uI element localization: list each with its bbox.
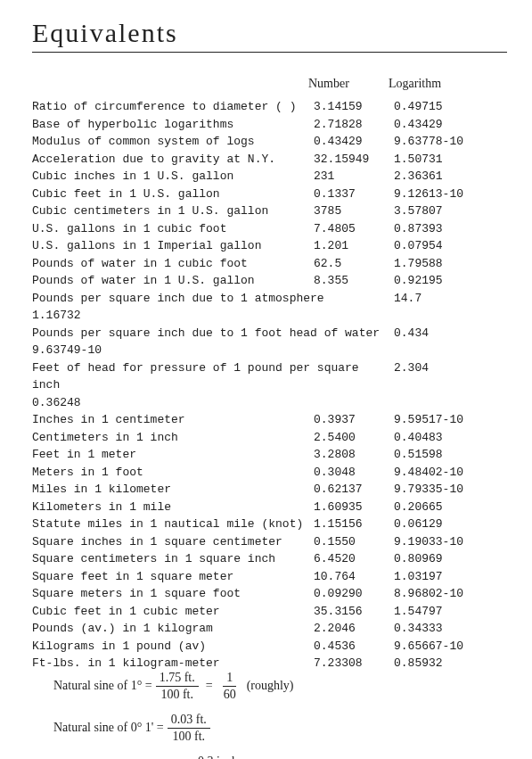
cell-log: 0.49715 [394, 98, 507, 116]
cell-log: 0.85932 [394, 655, 507, 672]
denominator: 100 ft. [168, 729, 209, 744]
cell-log: 9.48402-10 [394, 464, 507, 482]
numerator: 1 [223, 671, 236, 687]
cell-desc: Acceleration due to gravity at N.Y. [32, 151, 314, 169]
numerator: 0.3 inch [194, 755, 241, 759]
cell-desc: Cubic centimeters in 1 U.S. gallon [32, 202, 314, 220]
table-row: Square meters in 1 square foot0.092908.9… [32, 585, 507, 603]
cell-desc: Pounds per square inch due to 1 foot hea… [32, 325, 394, 342]
cell-number: 14.7 [394, 290, 507, 308]
cell-number: 6.4520 [314, 550, 394, 568]
cell-number: 1.201 [314, 237, 394, 255]
table-row: U.S. gallons in 1 cubic foot7.48050.8739… [32, 220, 507, 238]
header-number: Number [308, 74, 389, 93]
cell-number: 2.71828 [314, 116, 394, 134]
cell-desc: Centimeters in 1 inch [32, 429, 314, 447]
cell-desc: Ratio of circumference to diameter ( ) [32, 98, 314, 116]
table-row-long: Pounds per square inch due to 1 foot hea… [32, 325, 507, 359]
cell-log: 9.59517-10 [394, 411, 507, 429]
cell-number: 231 [314, 168, 394, 186]
table-row-long: Feet of head for pressure of 1 pound per… [32, 359, 507, 412]
cell-log: 0.20665 [394, 499, 507, 516]
cell-log: 0.36248 [32, 394, 314, 412]
cell-desc: Square meters in 1 square foot [32, 585, 314, 603]
cell-desc: Statute miles in 1 nautical mile (knot) [32, 516, 314, 533]
table-row: Square centimeters in 1 square inch6.452… [32, 550, 507, 568]
table-row: Ft-lbs. in 1 kilogram-meter7.233080.8593… [32, 655, 507, 672]
cell-log: 1.03197 [394, 568, 507, 586]
cell-number: 35.3156 [314, 603, 394, 621]
cell-number: 0.3937 [314, 411, 394, 429]
cell-number: 62.5 [314, 255, 394, 273]
table-body-long: Pounds per square inch due to 1 atmosphe… [32, 290, 507, 412]
table-row: Inches in 1 centimeter0.39379.59517-10 [32, 411, 507, 429]
formula-label: Natural sine of 1° = [53, 679, 152, 693]
cell-number: 1.60935 [314, 499, 394, 516]
cell-desc: Square inches in 1 square centimeter [32, 533, 314, 551]
cell-desc: Feet in 1 meter [32, 446, 314, 464]
cell-number: 0.3048 [314, 464, 394, 482]
fraction: 0.3 inch 1 mile [194, 755, 241, 759]
cell-log: 9.65667-10 [394, 638, 507, 656]
cell-number: 1.15156 [314, 516, 394, 533]
table-row: Feet in 1 meter3.28080.51598 [32, 446, 507, 464]
cell-desc: Inches in 1 centimeter [32, 411, 314, 429]
cell-desc: Square centimeters in 1 square inch [32, 550, 314, 568]
table-row-long: Pounds per square inch due to 1 atmosphe… [32, 290, 507, 325]
page-title: Equivalents [32, 18, 507, 53]
cell-desc: Feet of head for pressure of 1 pound per… [32, 359, 394, 394]
cell-number: 0.1550 [314, 533, 394, 551]
cell-desc: Pounds of water in 1 U.S. gallon [32, 272, 314, 290]
cell-log: 0.92195 [394, 272, 507, 290]
cell-number: 7.4805 [314, 220, 394, 238]
cell-desc: Meters in 1 foot [32, 464, 314, 482]
table-row: Pounds of water in 1 U.S. gallon8.3550.9… [32, 272, 507, 290]
table-row: Kilometers in 1 mile1.609350.20665 [32, 499, 507, 516]
cell-number: 0.434 [394, 325, 507, 342]
table-row: Ratio of circumference to diameter ( )3.… [32, 98, 507, 116]
cell-log: 9.79335-10 [394, 481, 507, 499]
cell-log: 9.63749-10 [32, 342, 314, 359]
cell-number: 8.355 [314, 272, 394, 290]
table-row: Square inches in 1 square centimeter0.15… [32, 533, 507, 551]
cell-number: 3.14159 [314, 98, 394, 116]
cell-desc: Pounds of water in 1 cubic foot [32, 255, 314, 273]
table-row: Miles in 1 kilometer0.621379.79335-10 [32, 481, 507, 499]
cell-log: 0.51598 [394, 446, 507, 464]
cell-desc: Cubic inches in 1 U.S. gallon [32, 168, 314, 186]
cell-log: 0.87393 [394, 220, 507, 238]
cell-log: 0.07954 [394, 237, 507, 255]
cell-log: 2.36361 [394, 168, 507, 186]
cell-number: 7.23308 [314, 655, 394, 672]
cell-log: 9.63778-10 [394, 133, 507, 151]
cell-number: 0.43429 [314, 133, 394, 151]
table-row: Pounds of water in 1 cubic foot62.51.795… [32, 255, 507, 273]
formula-sine-1deg: Natural sine of 1° = 1.75 ft. 100 ft. = … [53, 671, 507, 702]
table-row: Centimeters in 1 inch2.54000.40483 [32, 429, 507, 447]
numerator: 1.75 ft. [156, 671, 199, 687]
cell-log: 1.54797 [394, 603, 507, 621]
table-row: Statute miles in 1 nautical mile (knot)1… [32, 516, 507, 533]
cell-desc: Cubic feet in 1 cubic meter [32, 603, 314, 621]
table-row: Kilograms in 1 pound (av)0.45369.65667-1… [32, 638, 507, 656]
cell-number: 2.5400 [314, 429, 394, 447]
cell-desc: Pounds per square inch due to 1 atmosphe… [32, 290, 394, 308]
cell-log: 1.79588 [394, 255, 507, 273]
document-page: Equivalents Number Logarithm Ratio of ci… [0, 0, 532, 759]
table-body-1: Ratio of circumference to diameter ( )3.… [32, 98, 507, 290]
cell-number: 32.15949 [314, 151, 394, 169]
table-row: Cubic feet in 1 cubic meter35.31561.5479… [32, 603, 507, 621]
cell-desc: Pounds (av.) in 1 kilogram [32, 620, 314, 638]
cell-number: 0.1337 [314, 186, 394, 203]
denominator: 60 [220, 687, 240, 702]
cell-log: 1.50731 [394, 151, 507, 169]
formula-section: Natural sine of 1° = 1.75 ft. 100 ft. = … [32, 671, 507, 760]
cell-number: 2.304 [394, 359, 507, 394]
cell-log: 8.96802-10 [394, 585, 507, 603]
cell-number: 3.2808 [314, 446, 394, 464]
table-header: Number Logarithm [32, 74, 507, 93]
equivalents-table: Number Logarithm Ratio of circumference … [32, 74, 507, 672]
cell-number: 0.09290 [314, 585, 394, 603]
header-spacer [32, 74, 308, 93]
cell-log: 0.40483 [394, 429, 507, 447]
